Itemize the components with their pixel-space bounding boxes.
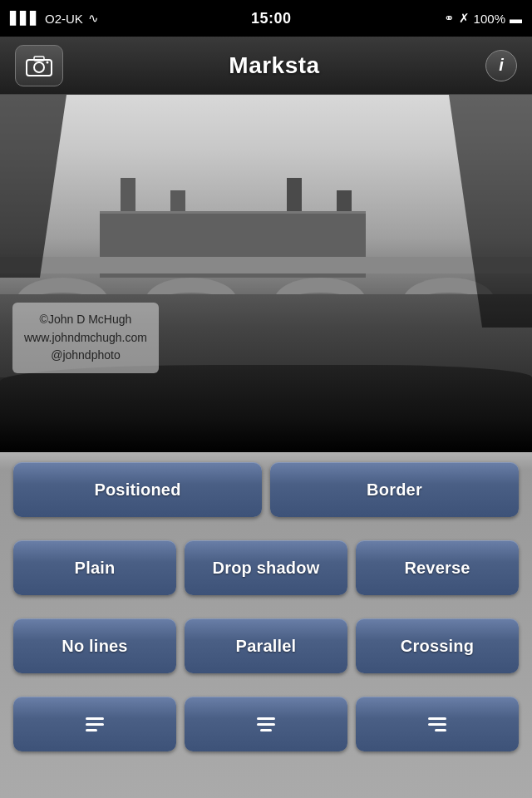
battery-label: 100% (474, 12, 505, 26)
row-spacer-2 (13, 603, 519, 610)
status-time: 15:00 (251, 10, 292, 27)
photo-background: ©John D McHugh www.johndmchugh.com @john… (0, 95, 532, 452)
bluetooth-icon: ✗ (459, 11, 470, 26)
align-center-button[interactable] (185, 697, 347, 751)
watermark-line3: @johndphoto (24, 347, 147, 365)
align-line (428, 723, 446, 726)
positioned-button[interactable]: Positioned (13, 462, 262, 517)
align-line (257, 723, 275, 726)
watermark-line2: www.johndmchugh.com (24, 329, 147, 347)
reverse-button[interactable]: Reverse (356, 540, 519, 595)
row-spacer-1 (13, 525, 519, 532)
align-left-icon (86, 717, 104, 732)
foliage-bottom (0, 365, 532, 452)
align-line (86, 723, 104, 726)
info-button[interactable]: i (485, 50, 517, 81)
foliage-left (0, 95, 66, 278)
status-bar: ▋▋▋ O2-UK ∿ 15:00 ⚭ ✗ 100% ▬ (0, 0, 532, 37)
align-right-button[interactable] (356, 697, 519, 751)
align-line (428, 717, 446, 720)
photo-area: ©John D McHugh www.johndmchugh.com @john… (0, 95, 532, 452)
bridge-road (0, 257, 532, 273)
controls-row-1: Positioned Border (13, 462, 519, 517)
watermark-overlay: ©John D McHugh www.johndmchugh.com @john… (12, 303, 159, 373)
camera-button[interactable] (15, 45, 63, 86)
info-icon: i (499, 56, 504, 75)
watermark-line1: ©John D McHugh (24, 311, 147, 329)
align-line (86, 729, 97, 732)
controls-row-3: No lines Parallel Crossing (13, 618, 519, 673)
svg-rect-2 (34, 57, 44, 61)
camera-icon (26, 55, 52, 76)
app-title: Marksta (229, 52, 319, 79)
svg-point-3 (47, 61, 49, 63)
parallel-button[interactable]: Parallel (185, 618, 347, 673)
align-center-icon (257, 717, 275, 732)
border-button[interactable]: Border (270, 462, 519, 517)
controls-area: Positioned Border Plain Drop shadow Reve… (0, 452, 532, 798)
status-right: ⚭ ✗ 100% ▬ (444, 11, 522, 26)
plain-button[interactable]: Plain (13, 540, 176, 595)
no-lines-button[interactable]: No lines (13, 618, 176, 673)
align-line (86, 717, 104, 720)
crossing-button[interactable]: Crossing (356, 618, 519, 673)
header-bar: Marksta i (0, 37, 532, 95)
svg-point-1 (34, 62, 44, 72)
align-right-icon (428, 717, 446, 732)
controls-row-2: Plain Drop shadow Reverse (13, 540, 519, 595)
align-line (260, 729, 272, 732)
carrier-label: O2-UK (45, 12, 83, 26)
drop-shadow-button[interactable]: Drop shadow (185, 540, 347, 595)
align-line (435, 729, 446, 732)
status-left: ▋▋▋ O2-UK ∿ (10, 11, 99, 26)
align-line (257, 717, 275, 720)
row-spacer-3 (13, 682, 519, 688)
clock-icon: ⚭ (444, 11, 455, 26)
wifi-icon: ∿ (88, 11, 99, 26)
align-left-button[interactable] (13, 697, 176, 751)
signal-icon: ▋▋▋ (10, 11, 40, 26)
battery-icon: ▬ (510, 12, 522, 26)
controls-row-4 (13, 697, 519, 751)
